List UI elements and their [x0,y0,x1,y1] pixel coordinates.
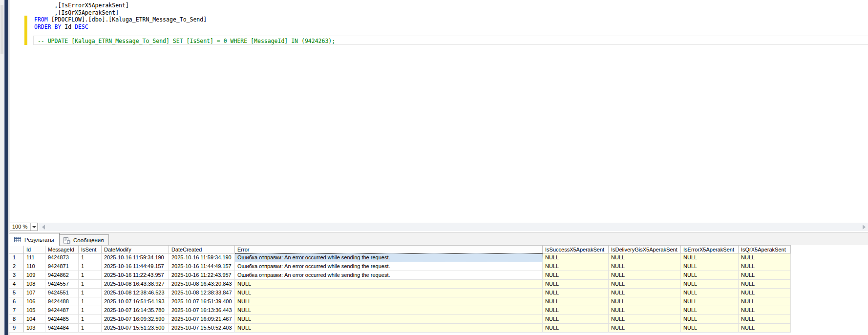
grid-cell[interactable]: NULL [235,306,543,315]
grid-cell[interactable]: NULL [543,306,609,315]
code-line-1[interactable]: ,[IsErrorX5AperakSent] [34,2,335,9]
grid-cell[interactable]: NULL [543,262,609,271]
grid-cell[interactable]: Ошибка отправки: An error occurred while… [235,253,543,262]
grid-cell[interactable]: 2025-10-07 16:51:54.193 [102,297,169,306]
row-header[interactable]: 1 [9,253,24,262]
grid-cell[interactable]: NULL [739,271,791,280]
grid-cell[interactable]: 2025-10-16 11:44:49.157 [169,262,235,271]
grid-cell[interactable]: 110 [24,262,45,271]
grid-cell[interactable]: NULL [739,306,791,315]
grid-cell[interactable]: 2025-10-08 16:43:20.843 [169,280,235,289]
grid-cell[interactable]: 111 [24,253,45,262]
grid-cell[interactable]: NULL [681,262,739,271]
scroll-right-icon[interactable] [863,225,866,230]
grid-cell[interactable]: 1 [79,324,102,333]
grid-cell[interactable]: NULL [739,289,791,297]
row-header[interactable]: 3 [9,271,24,280]
grid-cell[interactable]: NULL [681,315,739,324]
grid-cell[interactable]: 2025-10-07 15:50:52.403 [169,324,235,333]
grid-cell[interactable]: 1 [79,315,102,324]
code-line-2[interactable]: ,[IsQrX5AperakSent] [34,9,335,17]
grid-cell[interactable]: NULL [543,271,609,280]
column-header-MessageId[interactable]: MessageId [45,245,79,253]
grid-cell[interactable]: 2025-10-07 16:09:21.467 [169,315,235,324]
grid-corner-header[interactable] [9,245,24,253]
code-text[interactable]: ,[IsErrorX5AperakSent] ,[IsQrX5AperakSen… [34,2,335,44]
grid-cell[interactable]: 1 [79,271,102,280]
grid-cell[interactable]: 2025-10-16 11:44:49.157 [102,262,169,271]
grid-cell[interactable]: 109 [24,271,45,280]
zoom-dropdown-button[interactable] [30,223,37,230]
outer-scrollbar-thumb[interactable] [0,5,3,54]
column-header-DateCreated[interactable]: DateCreated [169,245,235,253]
grid-cell[interactable]: 9424488 [45,297,79,306]
grid-cell[interactable]: 103 [24,324,45,333]
grid-cell[interactable]: 2025-10-08 16:43:38.927 [102,280,169,289]
grid-cell[interactable]: 2025-10-08 12:38:46.523 [102,289,169,297]
grid-cell[interactable]: NULL [543,324,609,333]
grid-cell[interactable]: 2025-10-16 11:22:43.957 [169,271,235,280]
grid-cell[interactable]: 2025-10-16 11:22:43.957 [102,271,169,280]
grid-cell[interactable]: 1 [79,262,102,271]
code-line-4[interactable]: ORDER BY Id DESC [34,23,335,31]
column-header-IsSuccessX5AperakSent[interactable]: IsSuccessX5AperakSent [543,245,609,253]
grid-cell[interactable]: NULL [235,297,543,306]
grid-cell[interactable]: 2025-10-07 16:14:35.780 [102,306,169,315]
grid-cell[interactable]: 1 [79,280,102,289]
grid-cell[interactable]: NULL [609,262,681,271]
grid-cell[interactable]: NULL [739,280,791,289]
grid-cell[interactable]: 108 [24,280,45,289]
row-header[interactable]: 6 [9,297,24,306]
grid-cell[interactable]: NULL [739,324,791,333]
grid-cell[interactable]: NULL [609,280,681,289]
code-line-3[interactable]: FROM [PDOCFLOW].[dbo].[Kaluga_ETRN_Messa… [34,16,335,23]
editor-horizontal-scrollbar[interactable] [39,223,868,231]
grid-cell[interactable]: NULL [543,253,609,262]
column-header-Error[interactable]: Error [235,245,543,253]
grid-cell[interactable]: NULL [609,271,681,280]
grid-cell[interactable]: NULL [235,324,543,333]
grid-cell[interactable]: NULL [609,306,681,315]
grid-cell[interactable]: 2025-10-07 16:51:39.400 [169,297,235,306]
results-grid[interactable]: IdMessageIdIsSentDateModifyDateCreatedEr… [9,245,792,333]
code-line-5[interactable] [34,30,335,38]
row-header[interactable]: 7 [9,306,24,315]
grid-cell[interactable]: 9424484 [45,324,79,333]
grid-cell[interactable]: NULL [739,297,791,306]
grid-cell[interactable]: NULL [609,297,681,306]
grid-cell[interactable]: 9424485 [45,315,79,324]
row-header[interactable]: 8 [9,315,24,324]
grid-cell[interactable]: NULL [739,315,791,324]
column-header-IsQrX5AperakSent[interactable]: IsQrX5AperakSent [739,245,791,253]
grid-cell[interactable]: 1 [79,253,102,262]
grid-cell[interactable]: 9424871 [45,262,79,271]
grid-cell[interactable]: NULL [739,253,791,262]
grid-cell[interactable]: 1 [79,297,102,306]
row-header[interactable]: 2 [9,262,24,271]
grid-cell[interactable]: NULL [543,297,609,306]
grid-cell[interactable]: 106 [24,297,45,306]
editor-zoom-dropdown[interactable]: 100 % [10,223,38,231]
grid-cell[interactable]: 2025-10-07 15:51:23.500 [102,324,169,333]
grid-cell[interactable]: NULL [681,297,739,306]
grid-cell[interactable]: NULL [681,306,739,315]
grid-cell[interactable]: 2025-10-07 16:13:36.443 [169,306,235,315]
column-header-IsSent[interactable]: IsSent [79,245,102,253]
grid-cell[interactable]: NULL [235,315,543,324]
grid-cell[interactable]: 2025-10-08 12:38:33.847 [169,289,235,297]
grid-cell[interactable]: 9424873 [45,253,79,262]
grid-cell[interactable]: 9424487 [45,306,79,315]
sql-editor[interactable]: ,[IsErrorX5AperakSent] ,[IsQrX5AperakSen… [10,0,868,222]
grid-cell[interactable]: NULL [609,324,681,333]
column-header-IsErrorX5AperakSent[interactable]: IsErrorX5AperakSent [681,245,739,253]
grid-cell[interactable]: 104 [24,315,45,324]
grid-cell[interactable]: NULL [543,280,609,289]
grid-cell[interactable]: 2025-10-16 11:59:34.190 [169,253,235,262]
grid-cell[interactable]: NULL [681,280,739,289]
column-header-DateModify[interactable]: DateModify [102,245,169,253]
grid-cell[interactable]: NULL [681,271,739,280]
grid-cell[interactable]: NULL [609,289,681,297]
grid-cell[interactable]: 9424557 [45,280,79,289]
grid-cell[interactable]: NULL [543,315,609,324]
grid-cell[interactable]: 2025-10-16 11:59:34.190 [102,253,169,262]
